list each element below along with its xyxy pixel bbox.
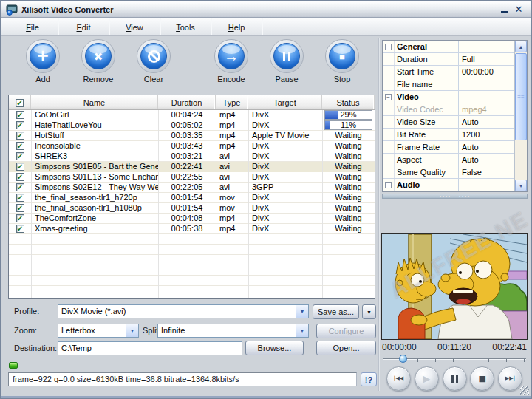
column-header-duration[interactable]: Duration	[158, 95, 216, 109]
file-type: mov	[216, 193, 248, 203]
add-button[interactable]: + Add	[21, 39, 65, 83]
file-row[interactable]: ✔ the_final_season-tlr1_h1080p 00:01:54 …	[9, 203, 375, 214]
file-row[interactable]: ✔ the_final_season-tlr1_h720p 00:01:54 m…	[9, 193, 375, 203]
file-row[interactable]: ✔ GoOnGirl 00:04:24 mp4 DivX 29%	[9, 110, 375, 120]
row-checkbox[interactable]: ✔	[16, 163, 24, 171]
menu-tools[interactable]: Tools	[160, 18, 211, 35]
row-checkbox[interactable]: ✔	[16, 111, 24, 119]
resize-grip[interactable]	[520, 386, 529, 395]
clear-button[interactable]: Clear	[132, 39, 176, 83]
file-row[interactable]: ✔ HateThatILoveYou 00:05:02 mp4 DivX 11%	[9, 120, 375, 131]
chevron-down-icon[interactable]: ▼	[296, 324, 308, 337]
property-row[interactable]: − Video Codec mpeg4	[383, 103, 516, 116]
row-checkbox[interactable]: ✔	[16, 194, 24, 202]
collapse-icon[interactable]: −	[385, 94, 392, 100]
file-duration: 00:01:54	[158, 193, 216, 203]
toolbar-button-icon: ■	[329, 43, 355, 69]
property-row[interactable]: − Audio	[383, 179, 516, 191]
row-checkbox[interactable]: ✔	[16, 121, 24, 129]
row-checkbox[interactable]: ✔	[16, 214, 24, 222]
stop-button[interactable]: ■ Stop	[320, 39, 364, 83]
file-row[interactable]: ✔ Inconsolable 00:03:43 mp4 DivX Waiting	[9, 141, 375, 151]
file-duration: 00:22:55	[158, 172, 216, 183]
close-button[interactable]: ✕	[511, 4, 526, 16]
toolbar-button-label: Stop	[320, 75, 364, 83]
file-row[interactable]: ✔ TheComfortZone 00:04:08 mp4 DivX Waiti…	[9, 214, 375, 224]
column-header-status[interactable]: Status	[322, 95, 375, 109]
column-header-type[interactable]: Type	[216, 95, 248, 109]
file-status: Waiting	[322, 214, 375, 224]
status-help-button[interactable]: !?	[361, 372, 377, 386]
minimize-button[interactable]	[497, 4, 511, 16]
zoom-select[interactable]: Letterbox ▼	[58, 324, 139, 338]
time-current: 00:11:20	[437, 342, 471, 352]
row-checkbox[interactable]: ✔	[16, 183, 24, 191]
row-checkbox[interactable]: ✔	[16, 152, 24, 160]
split-select[interactable]: Infinite ▼	[157, 324, 309, 338]
seek-slider[interactable]	[383, 356, 526, 364]
play-button[interactable]: ▶	[415, 366, 439, 391]
toolbar-button-label: Add	[21, 75, 65, 83]
file-row[interactable]: ✔ Xmas-greeting 00:05:38 mp4 DivX Waitin…	[9, 224, 375, 234]
property-row[interactable]: − Bit Rate 1200	[383, 129, 516, 141]
scroll-up-icon[interactable]: ▲	[515, 41, 527, 52]
property-row[interactable]: − Aspect Auto	[383, 154, 516, 166]
column-header-name[interactable]: Name	[31, 95, 158, 109]
status-led	[9, 362, 18, 369]
file-target: DivX	[248, 203, 322, 214]
file-duration: 00:05:02	[158, 120, 216, 131]
property-row[interactable]: − Start Time 00:00:00	[383, 66, 516, 78]
scroll-down-icon[interactable]: ▼	[515, 180, 527, 191]
row-checkbox[interactable]: ✔	[16, 132, 24, 140]
panel-splitter[interactable]: ···· ····	[382, 194, 528, 199]
row-checkbox[interactable]: ✔	[16, 142, 24, 150]
select-all-checkbox[interactable]: ✔	[16, 99, 24, 107]
menu-view[interactable]: View	[109, 18, 160, 35]
remove-button[interactable]: ✖ Remove	[76, 39, 120, 83]
save-as-button[interactable]: Save as...	[313, 304, 359, 319]
property-row[interactable]: − Frame Rate Auto	[383, 141, 516, 154]
row-checkbox[interactable]: ✔	[16, 225, 24, 233]
zoom-label: Zoom:	[14, 326, 37, 335]
open-button[interactable]: Open...	[316, 341, 376, 355]
scrollbar[interactable]: ▲ ≡≡ ▼	[514, 41, 527, 191]
file-row[interactable]: ✔ HotStuff 00:03:35 mp4 Apple TV Movie W…	[9, 131, 375, 141]
collapse-icon[interactable]: −	[385, 182, 392, 188]
skip-back-button[interactable]: |◀◀	[386, 366, 411, 391]
property-row[interactable]: − Duration Full	[383, 53, 516, 66]
select-all-header[interactable]: ✔	[9, 95, 31, 109]
menu-edit[interactable]: Edit	[58, 18, 109, 35]
profile-more-button[interactable]: ▼	[362, 304, 376, 319]
property-row[interactable]: − Video Size Auto	[383, 116, 516, 129]
profile-select[interactable]: DivX Movie (*.avi) ▼	[58, 304, 309, 318]
column-header-target[interactable]: Target	[248, 95, 322, 109]
row-checkbox[interactable]: ✔	[16, 204, 24, 212]
configure-button[interactable]: Configure	[316, 324, 376, 338]
row-checkbox[interactable]: ✔	[16, 173, 24, 181]
file-row[interactable]: ✔ Simpsons S01E05 - Bart the General 00:…	[9, 162, 375, 172]
collapse-icon[interactable]: −	[385, 44, 392, 50]
property-row[interactable]: − Same Quality False	[383, 166, 516, 179]
chevron-down-icon[interactable]: ▼	[296, 305, 308, 318]
file-row[interactable]: ✔ Simpsons S02E12 - They Way We W 00:22:…	[9, 183, 375, 193]
seek-slider-thumb[interactable]	[399, 355, 407, 363]
chevron-down-icon[interactable]: ▼	[126, 324, 138, 337]
property-row[interactable]: − General	[383, 41, 516, 53]
skip-forward-button[interactable]: ▶▶|	[498, 366, 522, 391]
property-row[interactable]: − File name	[383, 78, 516, 91]
pause-play-button[interactable]	[443, 366, 467, 391]
encode-button[interactable]: → Encode	[209, 39, 253, 83]
pause-button[interactable]: Pause	[265, 39, 309, 83]
file-target: DivX	[248, 224, 322, 234]
menu-help[interactable]: Help	[211, 18, 262, 35]
destination-input[interactable]: C:\Temp	[58, 341, 242, 355]
stop-play-button[interactable]: ■	[470, 366, 494, 391]
scrollbar-thumb[interactable]: ≡≡	[515, 53, 527, 140]
menu-file[interactable]: File	[7, 18, 58, 35]
file-status: Waiting	[322, 183, 375, 193]
property-row[interactable]: − Video	[383, 91, 516, 103]
property-label: File name	[395, 78, 459, 90]
file-row[interactable]: ✔ SHREK3 00:03:21 avi DivX Waiting	[9, 151, 375, 162]
browse-button[interactable]: Browse...	[245, 341, 304, 355]
file-row[interactable]: ✔ Simpsons S01E13 - Some Enchanted 00:22…	[9, 172, 375, 183]
